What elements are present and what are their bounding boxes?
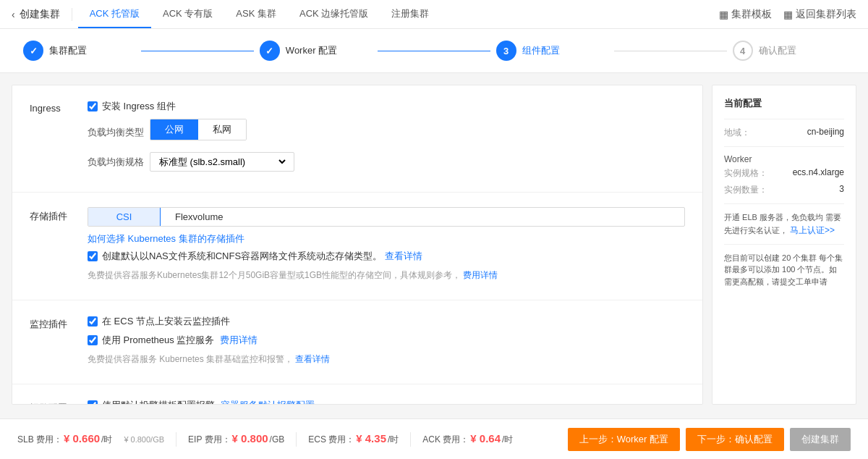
sidebar-worker-title: Worker xyxy=(724,154,844,164)
step-4-circle: 4 xyxy=(733,41,753,61)
alarm-checkbox-label: 使用默认投警模板配置报警 容器服务默认报警配置 xyxy=(102,399,315,405)
step-line-2 xyxy=(378,51,490,51)
sidebar-instance-count-label: 实例数量： xyxy=(724,184,767,196)
dynamic-storage-row: 创建默认以NAS文件系统和CNFS容器网络文件系统动态存储类型。 查看详情 xyxy=(88,250,685,263)
lb-spec-dropdown[interactable]: 标准型 (slb.s2.small) xyxy=(156,156,288,168)
sidebar-instance-type-label: 实例规格： xyxy=(724,167,767,180)
ingress-checkbox[interactable] xyxy=(88,101,98,111)
sidebar-instance-count-value: 3 xyxy=(839,184,844,196)
storage-free-desc: 免费提供容器服务Kubernetes集群12个月50GiB容量型或1GB性能型的… xyxy=(88,269,685,282)
monitoring-free-desc: 免费提供容器服务 Kubernetes 集群基础监控和报警， 查看详情 xyxy=(88,353,685,366)
step-2-label: Worker 配置 xyxy=(286,44,337,57)
lb-type-label: 负载均衡类型 xyxy=(88,126,144,139)
dynamic-storage-detail-link[interactable]: 查看详情 xyxy=(385,250,422,261)
sidebar-quota-note: 您目前可以创建 20 个集群 每个集群最多可以添加 100 个节点。如需更高配额… xyxy=(724,252,844,288)
lb-spec-row: 负载均衡规格 标准型 (slb.s2.small) xyxy=(88,152,685,172)
alarm-checkbox-row: 使用默认投警模板配置报警 容器服务默认报警配置 xyxy=(88,399,685,405)
storage-toggle-group: CSI Flexvolume xyxy=(88,207,685,227)
sidebar-instance-type-value: ecs.n4.xlarge xyxy=(793,167,844,180)
sidebar-auth-note: 开通 ELB 服务器，免负载均 需要先进行实名认证， 马上认证>> xyxy=(724,211,844,237)
template-icon: ▦ xyxy=(719,9,728,20)
monitoring-label: 监控插件 xyxy=(30,315,88,369)
step-3: 3 组件配置 xyxy=(496,41,608,61)
lb-spec-label: 负载均衡规格 xyxy=(88,156,144,169)
sidebar-divider-3 xyxy=(724,203,844,204)
storage-fee-link[interactable]: 费用详情 xyxy=(463,270,498,280)
ingress-label: Ingress xyxy=(30,100,88,177)
tab-ack-managed[interactable]: ACK 托管版 xyxy=(78,0,151,28)
step-3-circle: 3 xyxy=(496,41,516,61)
prometheus-row: 使用 Prometheus 监控服务 费用详情 xyxy=(88,334,685,347)
storage-how-to-link[interactable]: 如何选择 Kubernetes 集群的存储插件 xyxy=(88,233,244,244)
sidebar-auth-link[interactable]: 马上认证>> xyxy=(790,225,835,235)
ingress-section: Ingress 安装 Ingress 组件 负载均衡类型 公网 私网 负载均衡规… xyxy=(12,85,702,193)
nav-tabs: ACK 托管版 ACK 专有版 ASK 集群 ACK 边缘托管版 注册集群 xyxy=(78,0,441,28)
ingress-content: 安装 Ingress 组件 负载均衡类型 公网 私网 负载均衡规格 标准型 (s… xyxy=(88,100,685,177)
step-1-circle: ✓ xyxy=(23,41,43,61)
ingress-checkbox-row: 安装 Ingress 组件 xyxy=(88,100,685,113)
sidebar-region-label: 地域： xyxy=(724,127,750,139)
step-3-label: 组件配置 xyxy=(522,44,560,57)
storage-flexvolume-btn[interactable]: Flexvolume xyxy=(161,208,237,226)
ingress-checkbox-label: 安装 Ingress 组件 xyxy=(102,100,176,113)
step-4: 4 确认配置 xyxy=(733,41,845,61)
monitoring-content: 在 ECS 节点上安装云监控插件 使用 Prometheus 监控服务 费用详情… xyxy=(88,315,685,369)
back-to-list-btn[interactable]: ▦ 返回集群列表 xyxy=(783,8,856,21)
prometheus-fee-link[interactable]: 费用详情 xyxy=(220,334,258,345)
dynamic-storage-label: 创建默认以NAS文件系统和CNFS容器网络文件系统动态存储类型。 查看详情 xyxy=(102,250,422,263)
nav-back[interactable]: ‹ 创建集群 xyxy=(12,8,72,21)
step-1: ✓ 集群配置 xyxy=(23,41,135,61)
storage-content: CSI Flexvolume 如何选择 Kubernetes 集群的存储插件 创… xyxy=(88,207,685,285)
step-line-3 xyxy=(614,51,726,51)
monitoring-detail-link[interactable]: 查看详情 xyxy=(295,354,330,364)
lb-private-btn[interactable]: 私网 xyxy=(198,119,246,140)
ecs-monitor-checkbox[interactable] xyxy=(88,316,98,327)
step-line-1 xyxy=(141,51,253,51)
main-layout: Ingress 安装 Ingress 组件 负载均衡类型 公网 私网 负载均衡规… xyxy=(0,73,868,416)
storage-label: 存储插件 xyxy=(30,207,88,285)
config-sidebar: 当前配置 地域： cn-beijing Worker 实例规格： ecs.n4.… xyxy=(712,85,856,405)
storage-csi-btn[interactable]: CSI xyxy=(88,208,161,226)
sidebar-divider-4 xyxy=(724,244,844,245)
prometheus-checkbox[interactable] xyxy=(88,335,98,345)
alarm-content: 使用默认投警模板配置报警 容器服务默认报警配置 请选择报警通知联系人分组 Def… xyxy=(88,399,685,405)
lb-spec-select[interactable]: 标准型 (slb.s2.small) xyxy=(150,152,294,172)
step-2: ✓ Worker 配置 xyxy=(260,41,372,61)
step-2-circle: ✓ xyxy=(260,41,280,61)
ecs-monitor-label: 在 ECS 节点上安装云监控插件 xyxy=(102,315,230,328)
nav-right-actions: ▦ 集群模板 ▦ 返回集群列表 xyxy=(719,8,856,21)
tab-ask[interactable]: ASK 集群 xyxy=(224,0,288,28)
lb-type-row: 负载均衡类型 公网 私网 xyxy=(88,119,685,146)
lb-toggle-group: 公网 私网 xyxy=(150,119,247,140)
prometheus-label: 使用 Prometheus 监控服务 费用详情 xyxy=(102,334,258,347)
tab-ack-dedicated[interactable]: ACK 专有版 xyxy=(151,0,224,28)
content-area: Ingress 安装 Ingress 组件 负载均衡类型 公网 私网 负载均衡规… xyxy=(12,85,703,405)
alarm-section: 报警配置 使用默认投警模板配置报警 容器服务默认报警配置 请选择报警通知联系人分… xyxy=(12,384,702,405)
list-icon: ▦ xyxy=(783,9,793,20)
sidebar-instance-count-row: 实例数量： 3 xyxy=(724,184,844,196)
cluster-template-btn[interactable]: ▦ 集群模板 xyxy=(719,8,772,21)
sidebar-region-row: 地域： cn-beijing xyxy=(724,127,844,139)
ecs-monitor-row: 在 ECS 节点上安装云监控插件 xyxy=(88,315,685,328)
lb-public-btn[interactable]: 公网 xyxy=(150,119,198,140)
step-1-label: 集群配置 xyxy=(49,44,87,57)
alarm-config-link[interactable]: 容器服务默认报警配置 xyxy=(221,400,315,405)
alarm-label: 报警配置 xyxy=(30,399,88,405)
tab-ack-edge[interactable]: ACK 边缘托管版 xyxy=(288,0,380,28)
top-nav: ‹ 创建集群 ACK 托管版 ACK 专有版 ASK 集群 ACK 边缘托管版 … xyxy=(0,0,868,29)
monitoring-section: 监控插件 在 ECS 节点上安装云监控插件 使用 Prometheus 监控服务… xyxy=(12,300,702,384)
dynamic-storage-checkbox[interactable] xyxy=(88,251,98,261)
step-4-label: 确认配置 xyxy=(759,44,796,57)
sidebar-instance-type-row: 实例规格： ecs.n4.xlarge xyxy=(724,167,844,180)
storage-section: 存储插件 CSI Flexvolume 如何选择 Kubernetes 集群的存… xyxy=(12,193,702,300)
back-icon: ‹ xyxy=(12,9,15,20)
tab-register[interactable]: 注册集群 xyxy=(380,0,441,28)
nav-title: 创建集群 xyxy=(20,8,60,21)
sidebar-divider-2 xyxy=(724,146,844,147)
sidebar-region-value: cn-beijing xyxy=(807,127,844,139)
sidebar-title: 当前配置 xyxy=(724,97,844,110)
alarm-checkbox[interactable] xyxy=(88,400,98,405)
sidebar-divider-1 xyxy=(724,119,844,119)
steps-bar: ✓ 集群配置 ✓ Worker 配置 3 组件配置 4 确认配置 xyxy=(0,29,868,73)
